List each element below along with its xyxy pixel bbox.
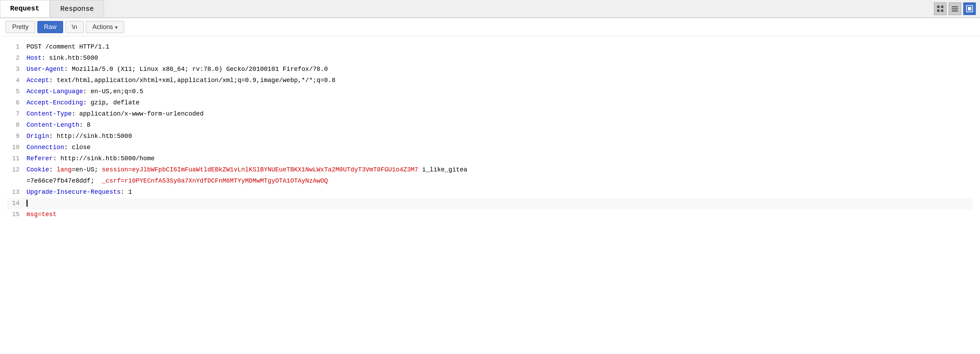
line-number-7: 7: [7, 109, 19, 119]
line-4: 4Accept: text/html,application/xhtml+xml…: [7, 75, 973, 86]
line-content-3: User-Agent: Mozilla/5.0 (X11; Linux x86_…: [27, 64, 973, 74]
line-number-10: 10: [7, 142, 19, 153]
line-number-5: 5: [7, 86, 19, 97]
text-cursor: [27, 200, 27, 207]
line-14: 14: [7, 198, 973, 209]
line-1: 1POST /comment HTTP/1.1: [7, 42, 973, 53]
grid-icon[interactable]: [934, 2, 947, 15]
line-number-1: 1: [7, 42, 19, 52]
line-content-14: [27, 198, 973, 209]
line-content-4: Accept: text/html,application/xhtml+xml,…: [27, 75, 973, 86]
tab-response-label: Response: [60, 5, 94, 13]
line-2: 2Host: sink.htb:5000: [7, 53, 973, 64]
line-11: 11Referer: http://sink.htb:5000/home: [7, 154, 973, 165]
line-number-3: 3: [7, 64, 19, 74]
line-content-13: Upgrade-Insecure-Requests: 1: [27, 187, 973, 197]
line-number-9: 9: [7, 131, 19, 141]
line-content-1: POST /comment HTTP/1.1: [27, 42, 973, 52]
line-10: 10Connection: close: [7, 142, 973, 154]
line-content-8: Content-Length: 8: [27, 120, 973, 130]
svg-rect-5: [952, 8, 958, 10]
svg-rect-0: [937, 6, 940, 8]
line-content-6: Accept-Encoding: gzip, deflate: [27, 98, 973, 108]
toolbar: Pretty Raw \n Actions ▾: [0, 18, 980, 36]
line-content-11: Referer: http://sink.htb:5000/home: [27, 154, 973, 164]
line-content-10: Connection: close: [27, 142, 973, 153]
line-content-7: Content-Type: application/x-www-form-url…: [27, 109, 973, 119]
line-number-8: 8: [7, 120, 19, 130]
svg-rect-2: [937, 10, 940, 12]
svg-rect-3: [941, 10, 943, 12]
line-content-5: Accept-Language: en-US,en;q=0.5: [27, 86, 973, 97]
svg-rect-1: [941, 6, 943, 8]
tab-request[interactable]: Request: [0, 0, 49, 18]
line-13: 13Upgrade-Insecure-Requests: 1: [7, 187, 973, 198]
line-7: 7Content-Type: application/x-www-form-ur…: [7, 109, 973, 120]
raw-button[interactable]: Raw: [37, 21, 63, 33]
line-6: 6Accept-Encoding: gzip, deflate: [7, 98, 973, 109]
line-number-2: 2: [7, 53, 19, 63]
line-15: 15msg=test: [7, 209, 973, 221]
chevron-down-icon: ▾: [115, 24, 118, 30]
pretty-button[interactable]: Pretty: [6, 21, 35, 33]
line-12: 12Cookie: lang=en-US; session=eyJlbWFpbC…: [7, 165, 973, 176]
line-content-2: Host: sink.htb:5000: [27, 53, 973, 63]
top-right-icons: [934, 2, 980, 15]
line-3: 3User-Agent: Mozilla/5.0 (X11; Linux x86…: [7, 64, 973, 75]
svg-rect-6: [952, 11, 958, 11]
line-number-12: 12: [7, 165, 19, 175]
newline-button[interactable]: \n: [65, 21, 84, 33]
line-number-15: 15: [7, 209, 19, 220]
line-number-13: 13: [7, 187, 19, 197]
line-content-12-cont: =7e66ce7fb47e8ddf; _csrf=r10PYECnfA53Sy0…: [27, 176, 973, 186]
line-5: 5Accept-Language: en-US,en;q=0.5: [7, 86, 973, 98]
tab-response[interactable]: Response: [50, 0, 104, 18]
list-icon[interactable]: [948, 2, 961, 15]
line-8: 8Content-Length: 8: [7, 120, 973, 131]
svg-rect-8: [968, 7, 971, 11]
line-number-14: 14: [7, 198, 19, 209]
svg-rect-4: [952, 6, 958, 7]
line-content-15: msg=test: [27, 209, 973, 220]
request-content: 1POST /comment HTTP/1.12Host: sink.htb:5…: [0, 36, 980, 351]
line-number-4: 4: [7, 75, 19, 86]
tab-bar: Request Response: [0, 0, 980, 18]
actions-button[interactable]: Actions ▾: [86, 21, 124, 33]
line-content-9: Origin: http://sink.htb:5000: [27, 131, 973, 141]
line-12-cont: =7e66ce7fb47e8ddf; _csrf=r10PYECnfA53Sy0…: [7, 176, 973, 187]
line-9: 9Origin: http://sink.htb:5000: [7, 131, 973, 142]
line-content-12: Cookie: lang=en-US; session=eyJlbWFpbCI6…: [27, 165, 973, 175]
tab-request-label: Request: [10, 5, 40, 13]
line-number-11: 11: [7, 154, 19, 164]
line-number-6: 6: [7, 98, 19, 108]
window-icon[interactable]: [963, 2, 976, 15]
